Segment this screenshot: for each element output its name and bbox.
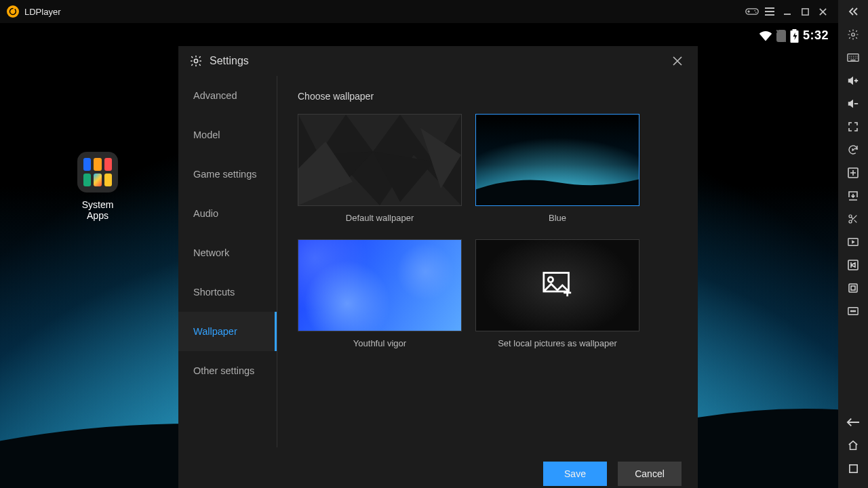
wallpaper-label: Default wallpaper (346, 213, 414, 223)
wallpaper-option-blue[interactable]: Blue (475, 114, 639, 223)
sidebar-item-label: Model (193, 129, 220, 140)
wallpaper-option-youthful[interactable]: Youthful vigor (298, 239, 462, 348)
sidebar-item-label: Other settings (193, 365, 254, 376)
svg-point-21 (194, 59, 197, 62)
svg-point-2 (755, 12, 757, 13)
operation-record-icon[interactable] (838, 253, 868, 277)
more-icon[interactable] (838, 300, 868, 323)
wifi-icon (759, 30, 772, 41)
settings-dialog: Settings Advanced Model Game settings Au… (178, 46, 698, 488)
sidebar-item-other-settings[interactable]: Other settings (178, 351, 277, 390)
svg-point-8 (849, 215, 852, 218)
svg-point-16 (852, 310, 854, 312)
sidebar-item-audio[interactable]: Audio (178, 194, 277, 233)
wallpaper-option-default[interactable]: Default wallpaper (298, 114, 462, 223)
sidebar-item-wallpaper[interactable]: Wallpaper (178, 312, 277, 351)
sidebar-item-label: Audio (193, 208, 218, 219)
sidebar-item-label: Shortcuts (193, 287, 235, 298)
folder-icon (77, 152, 118, 192)
sync-icon[interactable] (838, 138, 868, 161)
settings-pane: Choose wallpaper Default wallpaper (277, 76, 698, 447)
svg-marker-23 (346, 115, 400, 152)
sidebar-item-label: Wallpaper (193, 326, 237, 337)
svg-rect-20 (792, 29, 796, 30)
scissors-icon[interactable] (838, 207, 868, 230)
svg-rect-11 (848, 260, 858, 270)
maximize-icon[interactable] (796, 0, 814, 23)
wallpaper-option-local[interactable]: Set local pictures as wallpaper (475, 239, 639, 348)
dialog-title: Settings (210, 55, 249, 67)
battery-charging-icon (790, 29, 799, 43)
android-status-bar: 5:32 (759, 28, 829, 43)
wallpaper-label: Youthful vigor (353, 338, 406, 348)
sidebar-item-network[interactable]: Network (178, 233, 277, 272)
desktop-app-label: System Apps (75, 199, 121, 221)
svg-rect-6 (854, 103, 858, 104)
svg-point-15 (850, 310, 852, 312)
volume-up-icon[interactable] (838, 69, 868, 92)
record-icon[interactable] (838, 230, 868, 253)
wallpaper-label: Set local pictures as wallpaper (498, 338, 617, 348)
settings-gear-icon[interactable] (838, 23, 868, 46)
svg-rect-18 (849, 464, 856, 472)
cancel-button[interactable]: Cancel (618, 462, 682, 486)
sidebar-item-shortcuts[interactable]: Shortcuts (178, 272, 277, 312)
app-title: LDPlayer (24, 7, 60, 17)
svg-point-1 (754, 10, 755, 12)
sidebar-item-label: Network (193, 247, 229, 258)
nav-home-icon[interactable] (838, 434, 868, 457)
fullscreen-icon[interactable] (838, 115, 868, 138)
add-picture-icon (542, 271, 572, 300)
no-sim-icon (776, 30, 786, 42)
titlebar: LDPlayer (0, 0, 838, 23)
dialog-header: Settings (178, 46, 698, 76)
app-logo (7, 5, 19, 18)
dialog-footer: Save Cancel (178, 447, 698, 488)
sidebar-item-game-settings[interactable]: Game settings (178, 155, 277, 194)
svg-point-9 (849, 220, 852, 223)
gamepad-icon[interactable] (743, 0, 761, 23)
emulator-viewport: 5:32 System Apps Settings Advanced Model (0, 23, 838, 488)
desktop-app-system-apps[interactable]: System Apps (75, 152, 121, 221)
sidebar-item-model[interactable]: Model (178, 115, 277, 155)
sidebar-item-label: Game settings (193, 169, 257, 180)
sidebar-item-label: Advanced (193, 90, 237, 101)
keyboard-icon[interactable] (838, 46, 868, 69)
svg-point-17 (854, 310, 856, 312)
pane-heading: Choose wallpaper (298, 91, 677, 102)
nav-recent-icon[interactable] (838, 457, 868, 480)
clock: 5:32 (803, 28, 829, 43)
close-icon[interactable] (814, 0, 831, 23)
rotate-icon[interactable] (838, 277, 868, 300)
side-toolbar (838, 0, 868, 488)
settings-sidebar: Advanced Model Game settings Audio Netwo… (178, 76, 277, 447)
nav-back-icon[interactable] (838, 411, 868, 434)
svg-point-32 (548, 277, 553, 282)
wallpaper-label: Blue (549, 213, 566, 223)
save-button[interactable]: Save (543, 462, 607, 486)
svg-rect-12 (849, 284, 857, 292)
dialog-close-icon[interactable] (668, 52, 687, 70)
wallpaper-thumb (475, 114, 639, 206)
wallpaper-thumb (298, 114, 462, 206)
wallpaper-thumb (298, 239, 462, 331)
install-apk-icon[interactable] (838, 184, 868, 207)
volume-down-icon[interactable] (838, 92, 868, 115)
menu-icon[interactable] (761, 0, 778, 23)
svg-point-4 (852, 33, 855, 37)
add-app-icon[interactable] (838, 161, 868, 184)
sidebar-item-advanced[interactable]: Advanced (178, 76, 277, 115)
wallpaper-thumb (475, 239, 639, 331)
gear-icon (189, 54, 203, 68)
collapse-rail-icon[interactable] (838, 0, 868, 23)
svg-rect-13 (851, 286, 855, 290)
minimize-icon[interactable] (778, 0, 796, 23)
svg-rect-3 (802, 8, 808, 14)
